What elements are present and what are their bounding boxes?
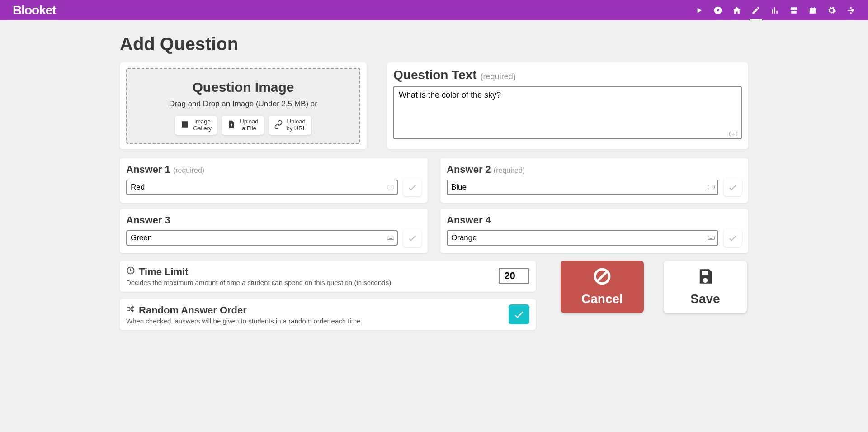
upload-file-button[interactable]: Upload a File — [222, 116, 264, 135]
topbar: Blooket — [0, 0, 868, 20]
time-limit-input[interactable] — [499, 268, 529, 284]
answers-row-2: Answer 3 Answer 4 — [120, 209, 748, 253]
answer-4-input[interactable] — [447, 230, 718, 246]
cancel-label: Cancel — [581, 292, 623, 306]
main-container: Add Question Question Image Drag and Dro… — [115, 20, 753, 348]
answer-1-label-text: Answer 1 — [126, 164, 170, 176]
svg-line-16 — [598, 272, 607, 281]
top-row: Question Image Drag and Drop an Image (U… — [120, 62, 748, 149]
page-title: Add Question — [120, 34, 748, 54]
svg-rect-8 — [708, 185, 715, 189]
action-buttons: Cancel Save — [561, 261, 747, 313]
answer-3-label-text: Answer 3 — [126, 214, 170, 226]
keyboard-icon — [387, 183, 394, 191]
link-icon — [274, 120, 283, 131]
answer-1-input[interactable] — [126, 180, 398, 195]
image-gallery-label: Image Gallery — [193, 119, 212, 132]
random-order-card: Random Answer Order When checked, answer… — [120, 299, 536, 330]
save-label: Save — [690, 292, 720, 306]
svg-rect-12 — [708, 236, 715, 239]
time-limit-desc: Decides the maximum amount of time a stu… — [126, 279, 499, 286]
question-text-wrap — [393, 86, 742, 141]
answer-3-correct-toggle[interactable] — [403, 229, 421, 247]
question-image-title: Question Image — [132, 80, 355, 95]
file-upload-icon — [227, 120, 236, 131]
answer-3-input[interactable] — [126, 230, 398, 246]
answer-4-label-text: Answer 4 — [447, 214, 491, 226]
time-limit-card: Time Limit Decides the maximum amount of… — [120, 261, 536, 292]
stats-icon[interactable] — [770, 6, 779, 15]
keyboard-icon — [387, 234, 394, 242]
answer-1-card: Answer 1 (required) — [120, 158, 428, 203]
answer-2-label-text: Answer 2 — [447, 164, 491, 176]
question-text-required: (required) — [481, 72, 516, 81]
shuffle-icon — [126, 304, 135, 316]
time-limit-title-text: Time Limit — [139, 266, 189, 278]
clock-icon — [126, 266, 135, 278]
answer-1-required: (required) — [173, 166, 204, 175]
image-upload-buttons: Image Gallery Upload a File Upload by UR… — [132, 116, 355, 135]
answer-3-label: Answer 3 — [126, 214, 421, 226]
answer-2-card: Answer 2 (required) — [440, 158, 748, 203]
answer-1-col: Answer 1 (required) — [120, 158, 428, 203]
answer-1-label: Answer 1 (required) — [126, 164, 421, 176]
svg-rect-10 — [387, 236, 394, 239]
cancel-button[interactable]: Cancel — [561, 261, 644, 313]
question-text-card: Question Text (required) — [387, 62, 748, 149]
keyboard-icon — [708, 183, 715, 191]
image-gallery-button[interactable]: Image Gallery — [175, 116, 217, 135]
question-text-label-text: Question Text — [393, 68, 477, 82]
question-image-hint: Drag and Drop an Image (Under 2.5 MB) or — [132, 100, 355, 109]
answer-4-col: Answer 4 — [440, 209, 748, 253]
market-icon[interactable] — [789, 6, 798, 15]
svg-rect-6 — [387, 185, 394, 189]
image-dropzone[interactable]: Question Image Drag and Drop an Image (U… — [126, 68, 360, 144]
random-order-title-text: Random Answer Order — [139, 304, 247, 316]
answer-1-correct-toggle[interactable] — [403, 178, 421, 196]
random-order-desc: When checked, answers will be given to s… — [126, 317, 509, 325]
save-icon — [696, 267, 715, 289]
answer-2-label: Answer 2 (required) — [447, 164, 742, 176]
keyboard-icon — [708, 234, 715, 242]
home-icon[interactable] — [732, 6, 741, 15]
answers-row-1: Answer 1 (required) Answer 2 (required) — [120, 158, 748, 203]
answer-2-required: (required) — [494, 166, 525, 175]
answer-2-input[interactable] — [447, 180, 718, 195]
answer-2-correct-toggle[interactable] — [724, 178, 742, 196]
upload-file-label: Upload a File — [240, 119, 258, 132]
answer-3-card: Answer 3 — [120, 209, 428, 253]
save-button[interactable]: Save — [664, 261, 747, 313]
gear-icon[interactable] — [827, 6, 836, 15]
edit-icon[interactable] — [751, 6, 760, 15]
image-icon — [180, 120, 189, 131]
ban-icon — [593, 267, 612, 289]
nav-icons — [694, 6, 855, 15]
bag-icon[interactable] — [808, 6, 817, 15]
play-icon[interactable] — [694, 6, 703, 15]
answer-4-correct-toggle[interactable] — [724, 229, 742, 247]
question-text-label: Question Text (required) — [393, 68, 742, 82]
answer-2-col: Answer 2 (required) — [440, 158, 748, 203]
brand-logo[interactable]: Blooket — [13, 3, 56, 18]
logout-icon[interactable] — [846, 6, 855, 15]
answer-4-label: Answer 4 — [447, 214, 742, 226]
question-image-card: Question Image Drag and Drop an Image (U… — [120, 62, 367, 149]
settings-actions-row: Time Limit Decides the maximum amount of… — [120, 253, 748, 330]
answer-4-card: Answer 4 — [440, 209, 748, 253]
upload-url-label: Upload by URL — [287, 119, 306, 132]
settings-column: Time Limit Decides the maximum amount of… — [120, 253, 536, 330]
answer-3-col: Answer 3 — [120, 209, 428, 253]
random-order-toggle[interactable] — [509, 304, 529, 324]
time-limit-title: Time Limit — [126, 266, 499, 278]
compass-icon[interactable] — [713, 6, 722, 15]
random-order-title: Random Answer Order — [126, 304, 509, 316]
question-text-input[interactable] — [393, 86, 742, 139]
upload-url-button[interactable]: Upload by URL — [269, 116, 311, 135]
